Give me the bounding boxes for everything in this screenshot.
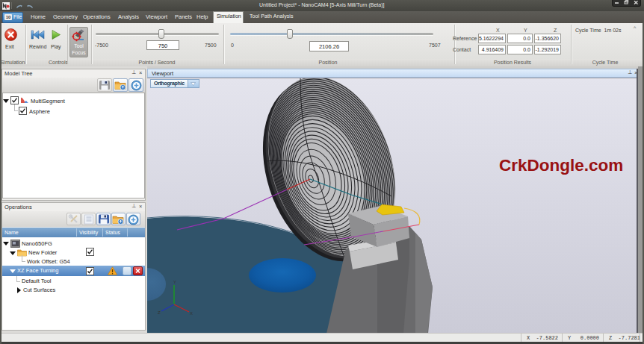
svg-text:Y: Y (173, 280, 176, 284)
svg-text:Z: Z (158, 310, 161, 315)
svg-text:X: X (190, 311, 193, 316)
